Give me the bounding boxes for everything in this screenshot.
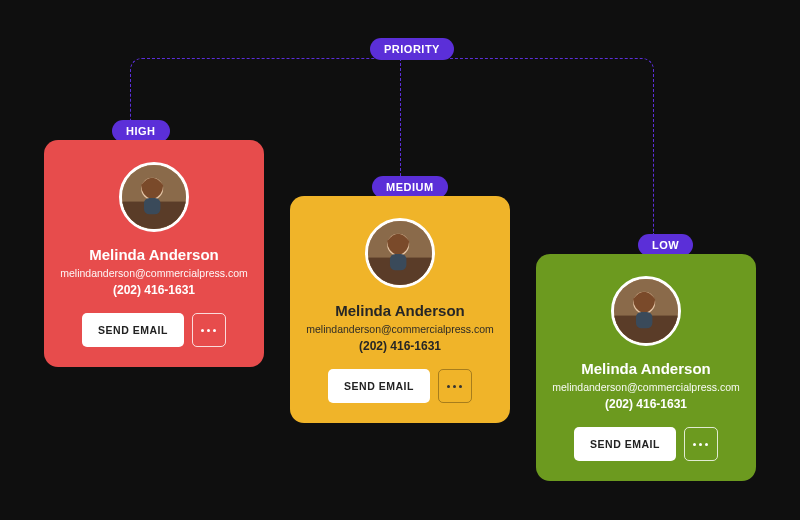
card-actions: SEND EMAIL: [60, 313, 248, 347]
avatar-icon: [368, 221, 432, 285]
contact-email: melindanderson@commercialpress.com: [306, 323, 494, 335]
connector-high: [130, 58, 390, 120]
avatar: [611, 276, 681, 346]
avatar: [365, 218, 435, 288]
contact-phone: (202) 416-1631: [306, 339, 494, 353]
more-actions-button[interactable]: [684, 427, 718, 461]
card-actions: SEND EMAIL: [552, 427, 740, 461]
priority-card-high: Melinda Anderson melindanderson@commerci…: [44, 140, 264, 367]
connector-medium: [400, 58, 401, 176]
ellipsis-icon: [447, 385, 462, 388]
send-email-button[interactable]: SEND EMAIL: [328, 369, 430, 403]
contact-email: melindanderson@commercialpress.com: [60, 267, 248, 279]
svg-rect-11: [636, 312, 652, 328]
ellipsis-icon: [201, 329, 216, 332]
card-actions: SEND EMAIL: [306, 369, 494, 403]
contact-phone: (202) 416-1631: [552, 397, 740, 411]
avatar: [119, 162, 189, 232]
send-email-button[interactable]: SEND EMAIL: [574, 427, 676, 461]
contact-name: Melinda Anderson: [60, 246, 248, 263]
branch-pill-low: LOW: [638, 234, 693, 256]
contact-phone: (202) 416-1631: [60, 283, 248, 297]
ellipsis-icon: [693, 443, 708, 446]
avatar-icon: [614, 279, 678, 343]
svg-rect-3: [144, 198, 160, 214]
more-actions-button[interactable]: [438, 369, 472, 403]
root-priority-pill: PRIORITY: [370, 38, 454, 60]
priority-card-medium: Melinda Anderson melindanderson@commerci…: [290, 196, 510, 423]
svg-rect-7: [390, 254, 406, 270]
avatar-icon: [122, 165, 186, 229]
send-email-button[interactable]: SEND EMAIL: [82, 313, 184, 347]
contact-email: melindanderson@commercialpress.com: [552, 381, 740, 393]
contact-name: Melinda Anderson: [306, 302, 494, 319]
branch-pill-high: HIGH: [112, 120, 170, 142]
contact-name: Melinda Anderson: [552, 360, 740, 377]
priority-card-low: Melinda Anderson melindanderson@commerci…: [536, 254, 756, 481]
branch-pill-medium: MEDIUM: [372, 176, 448, 198]
more-actions-button[interactable]: [192, 313, 226, 347]
